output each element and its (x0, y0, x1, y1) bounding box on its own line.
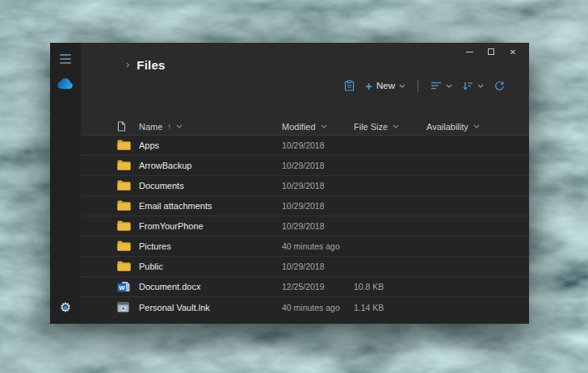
file-modified-date: 10/29/2018 (282, 221, 354, 231)
onedrive-window: ⚙ ✕ › Files (50, 43, 529, 324)
file-row[interactable]: W Apps 10/29/2018 (81, 136, 529, 156)
file-name: Documents (139, 181, 282, 191)
folder-icon: W (117, 241, 131, 252)
new-button[interactable]: + New (365, 80, 405, 92)
chevron-down-icon (176, 124, 183, 128)
gear-center-dot (64, 305, 68, 309)
word-icon: W (117, 281, 131, 292)
file-modified-date: 10/29/2018 (282, 140, 354, 150)
svg-text:W: W (119, 284, 125, 291)
chevron-down-icon (399, 84, 405, 88)
main-panel: ✕ › Files + New (81, 43, 529, 324)
sort-ascending-arrow: ↑ (167, 122, 171, 131)
file-row[interactable]: W Email attachments 10/29/2018 (81, 196, 529, 216)
file-name: Email attachments (139, 201, 282, 211)
view-options-button[interactable] (430, 82, 452, 90)
header-file-type-column[interactable] (81, 121, 139, 132)
header-modified[interactable]: Modified (282, 122, 354, 132)
header-name[interactable]: Name ↑ (139, 122, 282, 132)
file-row[interactable]: W Personal Vault.lnk 40 minutes ago 1.14… (81, 297, 529, 317)
vault-icon: W (117, 302, 131, 313)
file-modified-date: 40 minutes ago (282, 303, 354, 312)
folder-icon: W (117, 261, 131, 272)
list-header: Name ↑ Modified File Size (81, 118, 529, 136)
file-row[interactable]: W Public 10/29/2018 (81, 257, 529, 277)
file-row[interactable]: W Pictures 40 minutes ago (81, 237, 529, 257)
file-name: FromYourPhone (139, 221, 282, 231)
file-name: Document.docx (139, 282, 282, 291)
folder-icon: W (117, 200, 131, 212)
clipboard-icon (344, 80, 355, 91)
chevron-down-icon (477, 84, 484, 88)
file-modified-date: 10/29/2018 (282, 181, 354, 191)
chevron-down-icon (393, 124, 399, 128)
plus-icon: + (365, 80, 372, 92)
file-size: 10.8 KB (354, 282, 426, 291)
file-modified-date: 10/29/2018 (282, 201, 354, 211)
folder-icon: W (117, 180, 131, 191)
file-list: W Apps 10/29/2018 (81, 136, 529, 324)
chevron-down-icon (321, 124, 327, 128)
folder-icon: W (117, 140, 131, 151)
sort-icon (463, 82, 473, 90)
settings-gear-icon[interactable]: ⚙ (57, 300, 74, 316)
file-modified-date: 10/29/2018 (282, 161, 354, 170)
page-icon (117, 121, 126, 132)
folder-icon: W (117, 160, 131, 171)
breadcrumb-chevron-icon[interactable]: › (126, 59, 129, 69)
file-row[interactable]: W Document.docx 12/25/2019 10.8 KB (81, 277, 529, 297)
folder-icon: W (117, 220, 131, 232)
toolbar-divider (418, 80, 418, 92)
file-modified-date: 12/25/2019 (282, 282, 354, 291)
file-modified-date: 10/29/2018 (282, 262, 354, 271)
header-availability[interactable]: Availability (426, 122, 529, 132)
header-file-size[interactable]: File Size (354, 122, 426, 132)
file-modified-date: 40 minutes ago (282, 241, 354, 251)
file-name: ArrowBackup (139, 161, 282, 170)
toolbar-gap (81, 98, 529, 118)
sort-button[interactable] (463, 82, 484, 90)
toolbar: + New (81, 73, 529, 98)
file-row[interactable]: W ArrowBackup 10/29/2018 (81, 156, 529, 176)
hamburger-menu-icon[interactable] (60, 54, 71, 64)
refresh-button[interactable] (494, 81, 505, 91)
list-view-icon (430, 82, 442, 90)
paste-button[interactable] (344, 80, 355, 91)
breadcrumb: › Files (81, 56, 529, 73)
file-size: 1.14 KB (354, 303, 426, 312)
refresh-icon (494, 81, 505, 91)
page-title: Files (136, 58, 165, 72)
file-name: Public (139, 262, 282, 271)
onedrive-cloud-icon[interactable] (57, 78, 74, 90)
file-name: Personal Vault.lnk (139, 303, 282, 312)
file-row[interactable]: W FromYourPhone 10/29/2018 (81, 216, 529, 237)
desktop: ⚙ ✕ › Files (0, 0, 588, 373)
file-name: Apps (139, 140, 282, 150)
titlebar[interactable]: ✕ (81, 43, 529, 56)
chevron-down-icon (473, 124, 480, 128)
chevron-down-icon (446, 84, 452, 88)
file-row[interactable]: W Documents 10/29/2018 (81, 176, 529, 196)
sidebar: ⚙ (50, 43, 81, 324)
file-name: Pictures (139, 241, 282, 251)
